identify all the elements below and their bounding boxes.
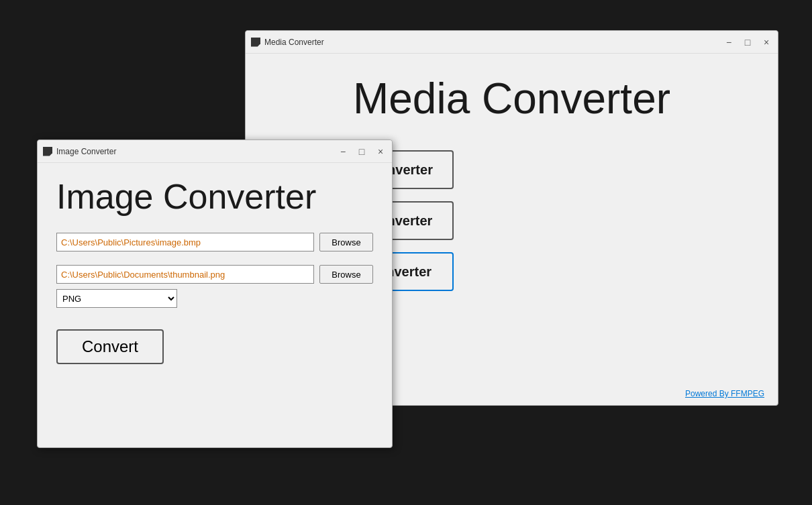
main-minimize-button[interactable]: − — [723, 36, 735, 48]
sub-maximize-button[interactable]: □ — [356, 146, 368, 158]
sub-minimize-button[interactable]: − — [337, 146, 349, 158]
output-file-field[interactable] — [56, 265, 314, 284]
app-icon — [251, 38, 260, 47]
main-close-button[interactable]: × — [760, 36, 772, 48]
sub-app-icon — [43, 147, 52, 156]
format-select[interactable]: PNGJPEGBMPGIFTIFFWebP — [56, 289, 177, 308]
sub-window-controls: − □ × — [337, 146, 387, 158]
main-window-controls: − □ × — [723, 36, 772, 48]
sub-close-button[interactable]: × — [374, 146, 387, 158]
main-window-title: Media Converter — [264, 38, 324, 47]
main-maximize-button[interactable]: □ — [742, 36, 754, 48]
output-file-row: Browse — [56, 265, 373, 284]
sub-window-titlebar: Image Converter − □ × — [38, 140, 392, 163]
sub-window: Image Converter − □ × Image Converter Br… — [37, 139, 393, 448]
input-file-row: Browse — [56, 233, 373, 251]
main-window-titlebar: Media Converter − □ × — [246, 31, 778, 54]
browse-output-button[interactable]: Browse — [319, 265, 373, 284]
sub-window-title: Image Converter — [56, 147, 116, 156]
sub-window-content: Image Converter Browse Browse PNGJPEGBMP… — [38, 163, 392, 447]
convert-button[interactable]: Convert — [56, 329, 164, 364]
sub-window-heading: Image Converter — [56, 176, 373, 217]
sub-titlebar-left: Image Converter — [43, 147, 116, 156]
powered-by-link[interactable]: Powered By FFMPEG — [685, 389, 764, 398]
main-window-heading: Media Converter — [353, 74, 670, 123]
titlebar-left: Media Converter — [251, 38, 324, 47]
input-file-field[interactable] — [56, 233, 314, 251]
output-section: Browse PNGJPEGBMPGIFTIFFWebP — [56, 265, 373, 308]
browse-input-button[interactable]: Browse — [319, 233, 373, 251]
